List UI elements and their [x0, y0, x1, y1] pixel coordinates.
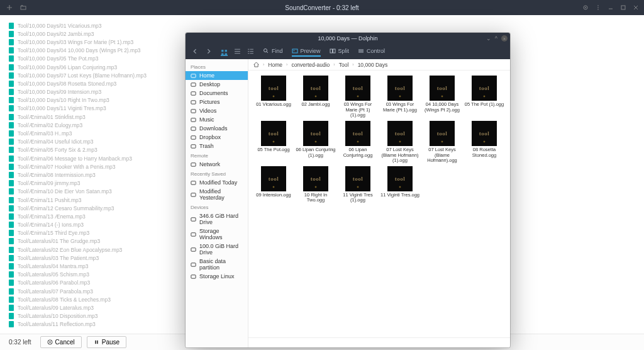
pictures-icon	[191, 99, 196, 105]
sidebar-item-modified-yesterday[interactable]: Modified Yesterday	[186, 187, 248, 202]
sidebar-item-downloads[interactable]: Downloads	[186, 124, 248, 133]
compact-view-icon[interactable]	[234, 48, 241, 55]
file-item[interactable]: 07 Lost Keys (Blame Hofmann) (1).ogg	[380, 121, 420, 164]
svg-rect-15	[292, 49, 297, 53]
split-button[interactable]: Split	[330, 48, 350, 54]
breadcrumb-item[interactable]: Tool	[339, 62, 349, 68]
progress-indicator	[9, 81, 14, 87]
progress-indicator	[9, 155, 14, 162]
svg-point-3	[597, 5, 599, 6]
file-name: 07 Lost Keys (Blame Hofmann).ogg	[422, 147, 462, 164]
conversion-filename: Tool/Lateralus/04 Mantra.mp3	[18, 263, 88, 269]
file-item[interactable]: 11 Viginti Tres.ogg	[380, 166, 420, 204]
file-item[interactable]: 05 The Pot.ogg	[253, 121, 294, 164]
sidebar-item-music[interactable]: Music	[186, 115, 248, 124]
forward-icon[interactable]	[205, 48, 212, 55]
sidebar-item-basic-data-partition[interactable]: Basic data partition	[186, 257, 248, 272]
file-item[interactable]: 09 Intension.ogg	[253, 166, 294, 204]
svg-rect-27	[191, 144, 196, 147]
conversion-filename: Tool/Lateralus/05 Schism.mp3	[18, 271, 89, 278]
file-item[interactable]: 04 10,000 Days (Wings Pt 2).ogg	[422, 76, 462, 118]
drive-icon	[191, 232, 196, 237]
progress-indicator	[9, 105, 14, 111]
drive-icon	[191, 274, 196, 279]
sidebar-item-label: Pictures	[199, 99, 220, 105]
find-button[interactable]: Find	[263, 48, 283, 54]
videos-icon	[191, 108, 196, 114]
sidebar-item-label: Downloads	[199, 125, 228, 132]
conversion-row[interactable]: Tool/10,000 Days/01 Vicarious.mp3	[9, 21, 644, 30]
conversion-filename: Tool/Ænima/09 jimmy.mp3	[18, 180, 80, 186]
breadcrumb-item[interactable]: Home	[268, 62, 282, 68]
settings-icon[interactable]	[582, 4, 589, 11]
add-file-icon[interactable]	[6, 4, 13, 11]
sidebar-item-pictures[interactable]: Pictures	[186, 98, 248, 106]
sidebar-item-trash[interactable]: Trash	[186, 142, 248, 150]
back-icon[interactable]	[192, 48, 199, 55]
home-icon[interactable]	[253, 62, 259, 67]
file-item[interactable]: 07 Lost Keys (Blame Hofmann).ogg	[422, 121, 462, 164]
file-item[interactable]: 03 Wings For Marie (Pt 1).ogg	[380, 76, 420, 118]
progress-indicator	[9, 47, 14, 54]
svg-rect-8	[95, 341, 96, 344]
sidebar-item-network[interactable]: Network	[186, 160, 248, 169]
breadcrumb-item[interactable]: converted-audio	[291, 62, 330, 68]
file-item[interactable]: 06 Lipan Conjuring (1).ogg	[296, 121, 336, 164]
close-icon[interactable]	[633, 4, 639, 11]
conversion-filename: Tool/Lateralus/08 Ticks & Leeches.mp3	[18, 296, 111, 303]
statusbar	[248, 337, 510, 347]
pause-button[interactable]: Pause	[87, 336, 126, 348]
sidebar-item-346-6-gib-hard-drive[interactable]: 346.6 GiB Hard Drive	[186, 212, 248, 227]
sidebar-item-modified-today[interactable]: Modified Today	[186, 178, 248, 187]
conversion-filename: Tool/Lateralus/07 Parabola.mp3	[18, 288, 93, 295]
file-item[interactable]: 01 Vicarious.ogg	[253, 76, 294, 118]
file-item[interactable]: 10 Right In Two.ogg	[296, 166, 336, 204]
sidebar-item-documents[interactable]: Documents	[186, 89, 248, 98]
minimize-icon[interactable]	[608, 4, 614, 11]
menu-icon[interactable]	[595, 4, 601, 11]
breadcrumb-separator: ›	[352, 62, 353, 67]
progress-indicator	[9, 305, 14, 311]
svg-point-16	[293, 50, 294, 52]
control-button[interactable]: Control	[358, 48, 385, 54]
album-thumbnail	[261, 121, 286, 146]
svg-rect-21	[191, 91, 196, 94]
sidebar-item-dropbox[interactable]: Dropbox	[186, 133, 248, 142]
svg-rect-32	[191, 232, 196, 235]
sidebar-item-home[interactable]: Home	[186, 71, 248, 80]
file-item[interactable]: 11 Viginti Tres (1).ogg	[338, 166, 378, 204]
sidebar-item-100-0-gib-hard-drive[interactable]: 100.0 GiB Hard Drive	[186, 242, 248, 257]
svg-rect-33	[191, 247, 196, 251]
add-folder-icon[interactable]	[20, 4, 26, 11]
file-item[interactable]: 03 Wings For Marie (Pt 1) (1).ogg	[338, 76, 378, 118]
svg-rect-13	[225, 53, 227, 55]
album-thumbnail	[345, 166, 370, 191]
sidebar-item-storage-linux[interactable]: Storage Linux	[186, 272, 248, 281]
cancel-button[interactable]: Cancel	[40, 336, 82, 348]
file-item[interactable]: 05 The Pot (1).ogg	[464, 76, 504, 118]
dolphin-max-icon[interactable]: ^	[495, 35, 497, 42]
sidebar-item-desktop[interactable]: Desktop	[186, 80, 248, 89]
documents-icon	[191, 91, 196, 96]
details-view-icon[interactable]	[247, 48, 254, 55]
icons-view-icon[interactable]	[221, 49, 228, 56]
dolphin-titlebar[interactable]: 10,000 Days — Dolphin ⌄ ^ ×	[186, 33, 510, 44]
maximize-icon[interactable]	[620, 4, 626, 11]
time-remaining: 0:32 left	[5, 339, 35, 346]
album-thumbnail	[430, 76, 455, 101]
svg-rect-9	[97, 341, 98, 344]
sidebar-item-videos[interactable]: Videos	[186, 106, 248, 115]
sidebar-item-storage-windows[interactable]: Storage Windows	[186, 227, 248, 242]
conversion-filename: Tool/Ænima/15 Third Eye.mp3	[18, 230, 89, 236]
preview-button[interactable]: Preview	[292, 48, 321, 57]
sidebar-item-label: Modified Yesterday	[199, 188, 243, 201]
file-item[interactable]: 08 Rosetta Stoned.ogg	[464, 121, 504, 164]
file-item[interactable]: 06 Lipan Conjuring.ogg	[338, 121, 378, 164]
dolphin-min-icon[interactable]: ⌄	[486, 35, 491, 42]
progress-indicator	[9, 255, 14, 261]
conversion-filename: Tool/Ænima/02 Eulogy.mp3	[18, 122, 82, 128]
breadcrumb-item[interactable]: 10,000 Days	[358, 62, 388, 68]
file-item[interactable]: 02 Jambi.ogg	[296, 76, 336, 118]
conversion-filename: Tool/10,000 Days/04 10,000 Days (Wings P…	[18, 47, 141, 54]
dolphin-close-icon[interactable]: ×	[501, 35, 508, 42]
